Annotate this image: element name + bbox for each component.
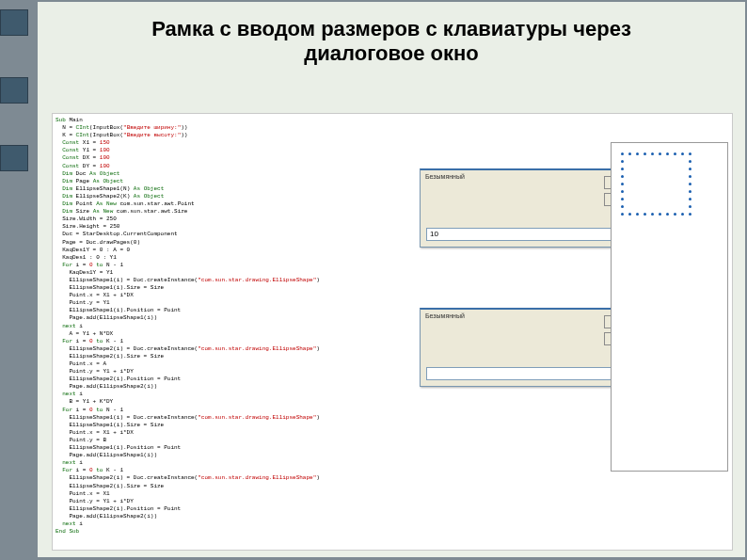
- slide: Рамка с вводом размеров с клавиатуры чер…: [38, 2, 745, 557]
- ellipse-frame: [621, 152, 691, 218]
- ellipse-dot: [689, 152, 691, 155]
- ellipse-dot: [628, 152, 631, 155]
- ellipse-dot: [689, 160, 691, 163]
- ellipse-dot: [621, 152, 624, 155]
- ellipse-dot: [689, 198, 691, 200]
- ellipse-dot: [666, 213, 669, 216]
- ellipse-dot: [689, 205, 691, 208]
- ellipse-dot: [621, 168, 624, 170]
- ellipse-dot: [621, 183, 624, 185]
- ellipse-dot: [689, 168, 691, 170]
- code-listing: Sub Main N = CInt(InputBox("Введите шири…: [56, 117, 375, 536]
- ellipse-dot: [636, 152, 639, 155]
- drawing-canvas: [611, 142, 728, 472]
- ellipse-dot: [644, 213, 646, 216]
- ellipse-dot: [689, 175, 691, 178]
- ellipse-dot: [689, 183, 691, 185]
- ellipse-dot: [659, 213, 661, 216]
- ellipse-dot: [666, 152, 669, 155]
- screenshot-area: Sub Main N = CInt(InputBox("Введите шири…: [52, 113, 733, 551]
- ellipse-dot: [689, 213, 691, 216]
- ellipse-dot: [681, 213, 684, 216]
- side-tab-2: [0, 77, 28, 104]
- ellipse-dot: [651, 152, 654, 155]
- ellipse-dot: [628, 213, 631, 216]
- title-line-2: диалоговое окно: [304, 41, 478, 65]
- ellipse-dot: [636, 213, 639, 216]
- ellipse-dot: [651, 213, 654, 216]
- ellipse-dot: [621, 198, 624, 200]
- ellipse-dot: [674, 152, 676, 155]
- ellipse-dot: [621, 213, 624, 216]
- ellipse-dot: [621, 205, 624, 208]
- ellipse-dot: [659, 152, 661, 155]
- side-tab-1: [0, 9, 28, 36]
- ellipse-dot: [621, 175, 624, 178]
- ellipse-dot: [621, 160, 624, 163]
- side-tab-3: [0, 145, 28, 171]
- ellipse-dot: [681, 152, 684, 155]
- ellipse-dot: [644, 152, 646, 155]
- page-title: Рамка с вводом размеров с клавиатуры чер…: [38, 17, 745, 67]
- ellipse-dot: [621, 190, 624, 193]
- ellipse-dot: [674, 213, 676, 216]
- ellipse-dot: [689, 190, 691, 193]
- title-line-1: Рамка с вводом размеров с клавиатуры чер…: [151, 17, 631, 40]
